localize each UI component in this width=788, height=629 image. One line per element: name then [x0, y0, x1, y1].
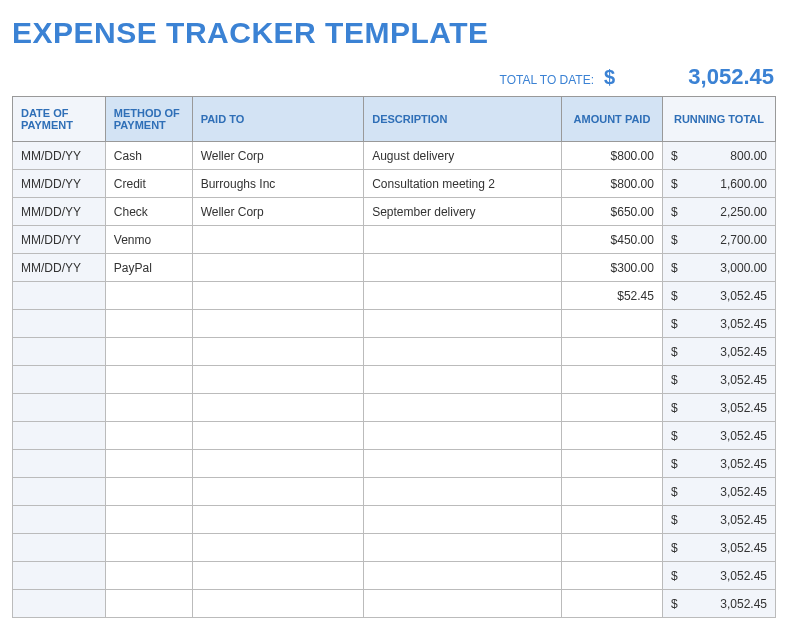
table-row: $3,052.45: [13, 310, 776, 338]
cell-date[interactable]: MM/DD/YY: [13, 170, 106, 198]
cell-paid-to[interactable]: [192, 394, 364, 422]
cell-paid-to[interactable]: [192, 338, 364, 366]
cell-running-total: $2,250.00: [662, 198, 775, 226]
cell-description[interactable]: [364, 254, 562, 282]
cell-amount[interactable]: [562, 590, 663, 618]
cell-paid-to[interactable]: [192, 562, 364, 590]
cell-method[interactable]: [105, 366, 192, 394]
table-row: MM/DD/YYCreditBurroughs IncConsultation …: [13, 170, 776, 198]
cell-method[interactable]: [105, 590, 192, 618]
cell-method[interactable]: [105, 394, 192, 422]
cell-method[interactable]: [105, 338, 192, 366]
cell-running-total: $3,052.45: [662, 338, 775, 366]
cell-method[interactable]: [105, 562, 192, 590]
cell-description[interactable]: [364, 534, 562, 562]
cell-date[interactable]: [13, 422, 106, 450]
cell-paid-to[interactable]: [192, 422, 364, 450]
cell-amount[interactable]: [562, 394, 663, 422]
cell-paid-to[interactable]: [192, 478, 364, 506]
cell-method[interactable]: PayPal: [105, 254, 192, 282]
cell-amount[interactable]: [562, 534, 663, 562]
cell-amount[interactable]: [562, 506, 663, 534]
running-value: 3,052.45: [720, 457, 767, 471]
cell-paid-to[interactable]: [192, 282, 364, 310]
cell-method[interactable]: [105, 282, 192, 310]
cell-paid-to[interactable]: [192, 590, 364, 618]
cell-date[interactable]: MM/DD/YY: [13, 226, 106, 254]
cell-description[interactable]: Consultation meeting 2: [364, 170, 562, 198]
cell-method[interactable]: [105, 310, 192, 338]
cell-date[interactable]: [13, 450, 106, 478]
cell-amount[interactable]: [562, 366, 663, 394]
cell-paid-to[interactable]: Burroughs Inc: [192, 170, 364, 198]
header-paid-to: PAID TO: [192, 97, 364, 142]
cell-method[interactable]: [105, 450, 192, 478]
cell-date[interactable]: [13, 366, 106, 394]
cell-paid-to[interactable]: [192, 534, 364, 562]
cell-description[interactable]: [364, 478, 562, 506]
currency-symbol: $: [671, 597, 678, 611]
cell-date[interactable]: [13, 534, 106, 562]
running-value: 3,052.45: [720, 597, 767, 611]
cell-date[interactable]: MM/DD/YY: [13, 198, 106, 226]
cell-amount[interactable]: [562, 422, 663, 450]
cell-amount[interactable]: $800.00: [562, 170, 663, 198]
cell-date[interactable]: [13, 590, 106, 618]
cell-method[interactable]: [105, 422, 192, 450]
cell-amount[interactable]: [562, 562, 663, 590]
cell-date[interactable]: [13, 282, 106, 310]
cell-description[interactable]: [364, 422, 562, 450]
cell-date[interactable]: [13, 562, 106, 590]
cell-method[interactable]: [105, 534, 192, 562]
cell-date[interactable]: [13, 506, 106, 534]
cell-amount[interactable]: [562, 338, 663, 366]
cell-method[interactable]: [105, 506, 192, 534]
cell-date[interactable]: [13, 478, 106, 506]
cell-description[interactable]: August delivery: [364, 142, 562, 170]
cell-description[interactable]: [364, 506, 562, 534]
table-row: MM/DD/YYCheckWeller CorpSeptember delive…: [13, 198, 776, 226]
cell-paid-to[interactable]: [192, 226, 364, 254]
cell-amount[interactable]: $800.00: [562, 142, 663, 170]
currency-symbol: $: [671, 289, 678, 303]
cell-running-total: $3,052.45: [662, 422, 775, 450]
cell-description[interactable]: [364, 450, 562, 478]
cell-description[interactable]: [364, 562, 562, 590]
cell-description[interactable]: [364, 590, 562, 618]
cell-amount[interactable]: $52.45: [562, 282, 663, 310]
cell-method[interactable]: Venmo: [105, 226, 192, 254]
cell-date[interactable]: [13, 394, 106, 422]
cell-paid-to[interactable]: [192, 366, 364, 394]
cell-paid-to[interactable]: [192, 450, 364, 478]
cell-date[interactable]: [13, 338, 106, 366]
cell-description[interactable]: [364, 226, 562, 254]
cell-date[interactable]: [13, 310, 106, 338]
cell-amount[interactable]: $650.00: [562, 198, 663, 226]
cell-method[interactable]: Cash: [105, 142, 192, 170]
cell-description[interactable]: [364, 282, 562, 310]
cell-date[interactable]: MM/DD/YY: [13, 142, 106, 170]
cell-description[interactable]: [364, 338, 562, 366]
cell-description[interactable]: September delivery: [364, 198, 562, 226]
cell-amount[interactable]: [562, 310, 663, 338]
page-title: EXPENSE TRACKER TEMPLATE: [12, 16, 776, 50]
cell-description[interactable]: [364, 394, 562, 422]
cell-paid-to[interactable]: [192, 254, 364, 282]
cell-method[interactable]: Credit: [105, 170, 192, 198]
cell-method[interactable]: [105, 478, 192, 506]
cell-description[interactable]: [364, 310, 562, 338]
cell-amount[interactable]: [562, 478, 663, 506]
cell-description[interactable]: [364, 366, 562, 394]
cell-paid-to[interactable]: [192, 506, 364, 534]
cell-paid-to[interactable]: Weller Corp: [192, 142, 364, 170]
running-value: 800.00: [730, 149, 767, 163]
cell-paid-to[interactable]: Weller Corp: [192, 198, 364, 226]
cell-method[interactable]: Check: [105, 198, 192, 226]
table-row: $52.45$3,052.45: [13, 282, 776, 310]
cell-amount[interactable]: $450.00: [562, 226, 663, 254]
cell-amount[interactable]: [562, 450, 663, 478]
cell-paid-to[interactable]: [192, 310, 364, 338]
cell-amount[interactable]: $300.00: [562, 254, 663, 282]
cell-date[interactable]: MM/DD/YY: [13, 254, 106, 282]
running-value: 3,052.45: [720, 401, 767, 415]
